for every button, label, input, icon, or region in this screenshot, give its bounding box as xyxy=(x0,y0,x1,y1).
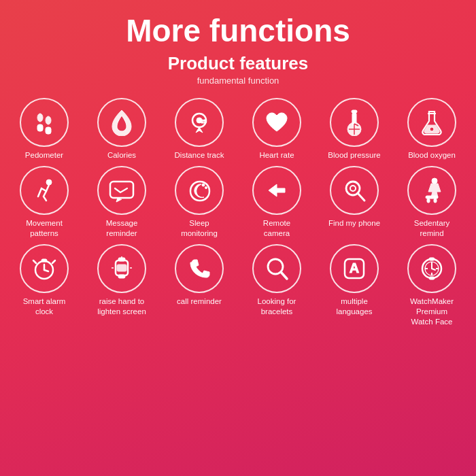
call-reminder-icon-circle xyxy=(175,244,224,293)
feature-find-my-phone: Find my phone xyxy=(317,166,392,239)
message-reminder-label: Message reminder xyxy=(95,218,149,239)
feature-raise-hand: raise hand to lighten screen xyxy=(84,244,159,327)
raise-hand-icon-circle xyxy=(97,244,146,293)
feature-blood-oxygen: Blood oxygen xyxy=(394,98,469,160)
blood-pressure-label: Blood pressure xyxy=(328,150,380,160)
heart-rate-icon-circle xyxy=(252,98,301,147)
find-my-phone-icon-circle xyxy=(330,166,379,215)
page-main-title: More functions xyxy=(126,12,350,49)
feature-pedometer: Pedometer xyxy=(7,98,82,160)
svg-point-22 xyxy=(350,186,356,191)
blood-oxygen-icon-circle xyxy=(407,98,456,147)
distance-track-label: Distance track xyxy=(175,150,224,160)
page-sub-desc: fundamental function xyxy=(197,75,279,86)
feature-smart-alarm-clock: Smart alarm clock xyxy=(7,244,82,327)
movement-patterns-icon-circle xyxy=(20,166,69,215)
pedometer-label: Pedometer xyxy=(25,150,63,160)
call-reminder-label: call reminder xyxy=(177,296,222,307)
remote-camera-icon-circle xyxy=(252,166,301,215)
heart-rate-label: Heart rate xyxy=(259,150,294,160)
feature-calories: Calories xyxy=(84,98,159,160)
svg-point-23 xyxy=(432,178,437,184)
message-reminder-icon-circle xyxy=(97,166,146,215)
watchmaker-label: WatchMaker Premium Watch Face xyxy=(405,296,459,327)
smart-alarm-clock-icon-circle xyxy=(20,244,69,293)
blood-pressure-icon-circle xyxy=(330,98,379,147)
svg-point-1 xyxy=(46,116,51,124)
feature-looking-for-bracelets: Looking for bracelets xyxy=(239,244,314,327)
looking-for-bracelets-label: Looking for bracelets xyxy=(250,296,304,317)
feature-sedentary-remind: Sedentary remind xyxy=(394,166,469,239)
pedometer-icon-circle xyxy=(20,98,69,147)
feature-heart-rate: Heart rate xyxy=(239,98,314,160)
features-grid: Pedometer Calories 25 Distance track xyxy=(7,98,469,327)
svg-point-18 xyxy=(202,184,205,186)
sleep-monitoring-label: Sleep monitoring xyxy=(172,218,226,239)
svg-rect-25 xyxy=(427,199,430,203)
svg-text:A: A xyxy=(350,260,359,275)
feature-movement-patterns: Movement patterns xyxy=(7,166,82,239)
svg-rect-3 xyxy=(46,127,51,134)
svg-line-49 xyxy=(432,269,435,270)
feature-remote-camera: Remote camera xyxy=(239,166,314,239)
feature-multiple-languages: A multiple languages xyxy=(317,244,392,327)
svg-point-0 xyxy=(37,114,43,122)
feature-sleep-monitoring: Sleep monitoring xyxy=(162,166,237,239)
sedentary-remind-label: Sedentary remind xyxy=(405,218,459,239)
sleep-monitoring-icon-circle xyxy=(175,166,224,215)
svg-line-29 xyxy=(44,270,48,271)
svg-rect-51 xyxy=(429,277,435,279)
feature-distance-track: 25 Distance track xyxy=(162,98,237,160)
remote-camera-label: Remote camera xyxy=(250,218,304,239)
svg-rect-34 xyxy=(117,265,126,271)
calories-label: Calories xyxy=(107,150,136,160)
multiple-languages-icon-circle: A xyxy=(330,244,379,293)
multiple-languages-label: multiple languages xyxy=(327,296,381,317)
feature-call-reminder: call reminder xyxy=(162,244,237,327)
svg-line-21 xyxy=(358,193,364,201)
looking-for-bracelets-icon-circle xyxy=(252,244,301,293)
svg-point-19 xyxy=(205,186,207,188)
calories-icon-circle xyxy=(97,98,146,147)
page-sub-title: Product features xyxy=(168,53,309,74)
find-my-phone-label: Find my phone xyxy=(328,218,380,228)
feature-blood-pressure: Blood pressure xyxy=(317,98,392,160)
blood-oxygen-label: Blood oxygen xyxy=(408,150,456,160)
svg-rect-26 xyxy=(434,199,437,203)
svg-rect-30 xyxy=(41,259,47,262)
svg-rect-2 xyxy=(37,124,43,131)
feature-message-reminder: Message reminder xyxy=(84,166,159,239)
watchmaker-icon-circle xyxy=(407,244,456,293)
sedentary-remind-icon-circle xyxy=(407,166,456,215)
movement-patterns-label: Movement patterns xyxy=(17,218,71,239)
svg-rect-24 xyxy=(426,196,438,199)
feature-watchmaker: WatchMaker Premium Watch Face xyxy=(394,244,469,327)
raise-hand-label: raise hand to lighten screen xyxy=(95,296,149,317)
svg-rect-50 xyxy=(429,258,435,260)
svg-point-15 xyxy=(430,127,434,131)
svg-rect-33 xyxy=(118,275,125,278)
svg-line-39 xyxy=(281,272,287,279)
smart-alarm-clock-label: Smart alarm clock xyxy=(17,296,71,317)
svg-text:25: 25 xyxy=(201,119,207,124)
svg-rect-17 xyxy=(110,182,133,198)
distance-track-icon-circle: 25 xyxy=(175,98,224,147)
